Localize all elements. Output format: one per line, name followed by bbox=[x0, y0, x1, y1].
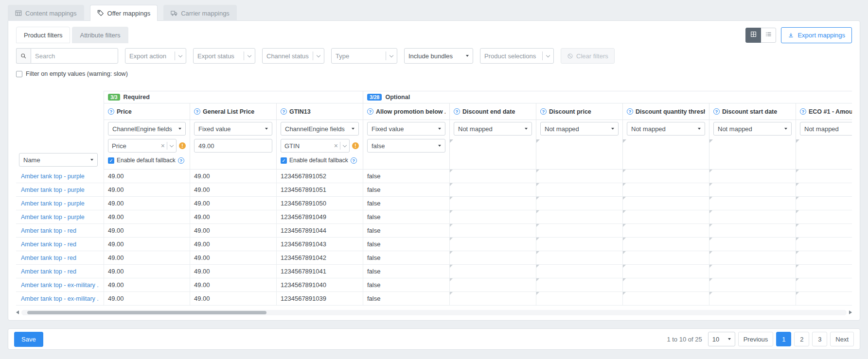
cell-allow-promotion[interactable]: false bbox=[363, 278, 450, 292]
discount-end-date-config-cell: Not mapped bbox=[450, 120, 536, 170]
cell-allow-promotion[interactable]: false bbox=[363, 224, 450, 238]
cell-price[interactable]: 49.00 bbox=[104, 170, 190, 183]
next-page-button[interactable]: Next bbox=[830, 332, 854, 346]
cell-price[interactable]: 49.00 bbox=[104, 210, 190, 224]
cell-gtin13[interactable]: 1234567891042 bbox=[277, 251, 363, 265]
tab-product-filters[interactable]: Product filters bbox=[16, 27, 70, 43]
tab-offer-mappings[interactable]: Offer mappings bbox=[90, 5, 158, 21]
gtin13-mapping-select[interactable]: ChannelEngine fields bbox=[281, 122, 359, 136]
name-column-select[interactable]: Name bbox=[19, 153, 98, 167]
scroll-right-icon[interactable] bbox=[849, 310, 852, 314]
page-size-select[interactable]: 10 bbox=[708, 332, 735, 346]
export-mappings-button[interactable]: Export mappings bbox=[781, 27, 852, 43]
cell-general-list-price[interactable]: 49.00 bbox=[190, 251, 277, 265]
product-link[interactable]: Amber tank top - purple bbox=[21, 200, 85, 207]
cell-allow-promotion[interactable]: false bbox=[363, 265, 450, 278]
discount-quantity-threshold-mapping-select[interactable]: Not mapped bbox=[627, 122, 705, 136]
cell-general-list-price[interactable]: 49.00 bbox=[190, 238, 277, 251]
cell-allow-promotion[interactable]: false bbox=[363, 183, 450, 197]
cell-price[interactable]: 49.00 bbox=[104, 197, 190, 210]
scroll-left-icon[interactable] bbox=[16, 310, 19, 314]
cell-general-list-price[interactable]: 49.00 bbox=[190, 210, 277, 224]
clear-filters-button[interactable]: Clear filters bbox=[561, 48, 615, 64]
scrollbar-track[interactable] bbox=[21, 310, 847, 315]
product-link[interactable]: Amber tank top - ex-military ... bbox=[21, 282, 99, 289]
cell-allow-promotion[interactable]: false bbox=[363, 292, 450, 306]
tab-carrier-mappings[interactable]: Carrier mappings bbox=[163, 5, 237, 21]
product-link[interactable]: Amber tank top - purple bbox=[21, 214, 85, 221]
cell-allow-promotion[interactable]: false bbox=[363, 210, 450, 224]
cell-gtin13[interactable]: 1234567891039 bbox=[277, 292, 363, 306]
general-list-price-value-input[interactable] bbox=[194, 139, 272, 153]
enable-default-fallback-checkbox[interactable]: ✓Enable default fallback? bbox=[281, 156, 359, 165]
export-status-filter[interactable]: Export status bbox=[193, 48, 255, 64]
cell-general-list-price[interactable]: 49.00 bbox=[190, 197, 277, 210]
cell-price[interactable]: 49.00 bbox=[104, 183, 190, 197]
allow-promotion-value-select[interactable]: false bbox=[367, 139, 445, 153]
channel-status-filter[interactable]: Channel status bbox=[262, 48, 324, 64]
cell-gtin13[interactable]: 1234567891041 bbox=[277, 265, 363, 278]
cell-allow-promotion[interactable]: false bbox=[363, 238, 450, 251]
enable-default-fallback-checkbox[interactable]: ✓Enable default fallback? bbox=[108, 156, 186, 165]
cell-general-list-price[interactable]: 49.00 bbox=[190, 170, 277, 183]
cell-price[interactable]: 49.00 bbox=[104, 224, 190, 238]
allow-promotion-mapping-select[interactable]: Fixed value bbox=[367, 122, 445, 136]
tab-attribute-filters[interactable]: Attribute filters bbox=[72, 27, 128, 43]
cell-price[interactable]: 49.00 bbox=[104, 278, 190, 292]
price-field-select[interactable]: Price× bbox=[108, 139, 177, 153]
checkbox-icon bbox=[16, 71, 22, 77]
scrollbar-thumb[interactable] bbox=[27, 311, 266, 314]
cell-price[interactable]: 49.00 bbox=[104, 265, 190, 278]
page-3-button[interactable]: 3 bbox=[812, 332, 827, 346]
horizontal-scrollbar[interactable] bbox=[16, 309, 852, 315]
product-link[interactable]: Amber tank top - purple bbox=[21, 173, 85, 180]
product-link[interactable]: Amber tank top - red bbox=[21, 227, 76, 234]
previous-page-button[interactable]: Previous bbox=[738, 332, 774, 346]
gtin13-field-select[interactable]: GTIN× bbox=[281, 139, 350, 153]
product-selections-filter[interactable]: Product selections bbox=[480, 48, 554, 64]
cell-allow-promotion[interactable]: false bbox=[363, 251, 450, 265]
grid-view-button[interactable] bbox=[745, 28, 761, 43]
cell-general-list-price[interactable]: 49.00 bbox=[190, 292, 277, 306]
clear-icon[interactable]: × bbox=[159, 142, 167, 150]
discount-start-date-mapping-select[interactable]: Not mapped bbox=[713, 122, 792, 136]
cell-price[interactable]: 49.00 bbox=[104, 251, 190, 265]
cell-gtin13[interactable]: 1234567891052 bbox=[277, 170, 363, 183]
cell-general-list-price[interactable]: 49.00 bbox=[190, 265, 277, 278]
cell-general-list-price[interactable]: 49.00 bbox=[190, 278, 277, 292]
cell-price[interactable]: 49.00 bbox=[104, 292, 190, 306]
tab-content-mappings[interactable]: Content mappings bbox=[8, 5, 84, 21]
include-bundles-select[interactable]: Include bundles bbox=[404, 48, 473, 64]
discount-end-date-mapping-select[interactable]: Not mapped bbox=[454, 122, 532, 136]
cell-gtin13[interactable]: 1234567891040 bbox=[277, 278, 363, 292]
cell-gtin13[interactable]: 1234567891043 bbox=[277, 238, 363, 251]
cell-price[interactable]: 49.00 bbox=[104, 238, 190, 251]
clear-icon[interactable]: × bbox=[332, 142, 340, 150]
cell-allow-promotion[interactable]: false bbox=[363, 197, 450, 210]
filters-bar: Export action Export status Channel stat… bbox=[16, 48, 852, 64]
search-input[interactable] bbox=[31, 48, 118, 64]
product-link[interactable]: Amber tank top - red bbox=[21, 268, 76, 275]
product-link[interactable]: Amber tank top - ex-military ... bbox=[21, 295, 99, 302]
filter-empty-values-checkbox[interactable]: Filter on empty values (warning: slow) bbox=[16, 69, 128, 78]
product-link[interactable]: Amber tank top - red bbox=[21, 255, 76, 261]
cell-gtin13[interactable]: 1234567891044 bbox=[277, 224, 363, 238]
cell-general-list-price[interactable]: 49.00 bbox=[190, 183, 277, 197]
cell-gtin13[interactable]: 1234567891050 bbox=[277, 197, 363, 210]
cell-gtin13[interactable]: 1234567891051 bbox=[277, 183, 363, 197]
export-action-filter[interactable]: Export action bbox=[125, 48, 186, 64]
product-link[interactable]: Amber tank top - purple bbox=[21, 187, 85, 193]
type-filter[interactable]: Type bbox=[331, 48, 397, 64]
page-2-button[interactable]: 2 bbox=[794, 332, 809, 346]
save-button[interactable]: Save bbox=[14, 332, 43, 347]
cell-gtin13[interactable]: 1234567891049 bbox=[277, 210, 363, 224]
page-1-button[interactable]: 1 bbox=[776, 332, 791, 346]
eco-1-amount-mapping-select[interactable]: Not mapped bbox=[800, 122, 852, 136]
cell-allow-promotion[interactable]: false bbox=[363, 170, 450, 183]
price-mapping-select[interactable]: ChannelEngine fields bbox=[108, 122, 186, 136]
general-list-price-mapping-select[interactable]: Fixed value bbox=[194, 122, 272, 136]
cell-general-list-price[interactable]: 49.00 bbox=[190, 224, 277, 238]
product-link[interactable]: Amber tank top - red bbox=[21, 241, 76, 248]
list-view-button[interactable] bbox=[761, 28, 776, 43]
discount-price-mapping-select[interactable]: Not mapped bbox=[540, 122, 619, 136]
